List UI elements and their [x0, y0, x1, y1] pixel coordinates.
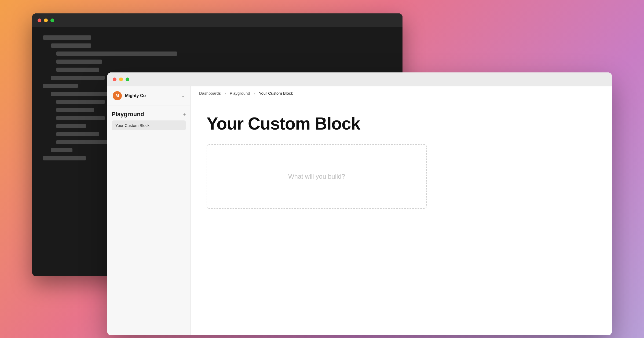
main-header: Dashboards › Playground › Your Custom Bl…	[191, 86, 612, 100]
workspace-avatar: M	[113, 91, 122, 100]
minimize-button-browser[interactable]	[119, 78, 123, 81]
code-line	[56, 100, 105, 104]
workspace-name: Mighty Co	[125, 93, 146, 98]
workspace-header[interactable]: M Mighty Co ⌄	[107, 86, 190, 105]
code-line	[56, 140, 110, 144]
code-line	[51, 43, 91, 48]
chevron-down-icon: ⌄	[182, 94, 185, 98]
code-line	[56, 60, 102, 64]
code-window-titlebar	[32, 13, 402, 27]
empty-block-placeholder: What will you build?	[288, 173, 345, 180]
maximize-button-code[interactable]	[50, 19, 54, 22]
code-line	[56, 68, 99, 72]
breadcrumb-dashboards[interactable]: Dashboards	[199, 91, 221, 95]
sidebar-section-title: Playground	[112, 111, 144, 118]
main-content: Dashboards › Playground › Your Custom Bl…	[191, 86, 612, 335]
code-line	[51, 76, 105, 80]
minimize-button-code[interactable]	[44, 19, 48, 22]
breadcrumb-current: Your Custom Block	[259, 91, 293, 95]
code-line	[56, 124, 86, 128]
code-line	[51, 92, 107, 96]
breadcrumb-separator-1: ›	[225, 91, 226, 95]
code-line	[56, 52, 177, 56]
browser-titlebar	[107, 72, 612, 86]
sidebar: M Mighty Co ⌄ Playground + Your Custom B…	[107, 86, 191, 335]
sidebar-item-custom-block[interactable]: Your Custom Block	[112, 120, 186, 130]
code-line	[51, 148, 72, 152]
page-title: Your Custom Block	[207, 114, 596, 134]
code-line	[56, 108, 94, 112]
maximize-button-browser[interactable]	[126, 78, 129, 81]
browser-content: M Mighty Co ⌄ Playground + Your Custom B…	[107, 86, 612, 335]
code-line	[43, 35, 91, 40]
empty-block[interactable]: What will you build?	[207, 144, 427, 209]
add-item-button[interactable]: +	[182, 111, 186, 117]
workspace-avatar-letter: M	[115, 93, 119, 98]
code-line	[56, 132, 99, 136]
breadcrumb-playground[interactable]: Playground	[230, 91, 250, 95]
sidebar-section: Playground + Your Custom Block	[107, 105, 190, 133]
close-button-browser[interactable]	[113, 78, 116, 81]
browser-window: M Mighty Co ⌄ Playground + Your Custom B…	[107, 72, 612, 335]
code-line	[43, 156, 86, 160]
workspace-left: M Mighty Co	[113, 91, 146, 100]
sidebar-section-header: Playground +	[112, 111, 186, 118]
breadcrumb-separator-2: ›	[254, 91, 255, 95]
code-line	[43, 84, 78, 88]
sidebar-item-label: Your Custom Block	[115, 123, 149, 128]
scene: M Mighty Co ⌄ Playground + Your Custom B…	[16, 13, 628, 325]
main-body: Your Custom Block What will you build?	[191, 100, 612, 222]
code-line	[56, 116, 105, 120]
close-button-code[interactable]	[38, 19, 41, 22]
